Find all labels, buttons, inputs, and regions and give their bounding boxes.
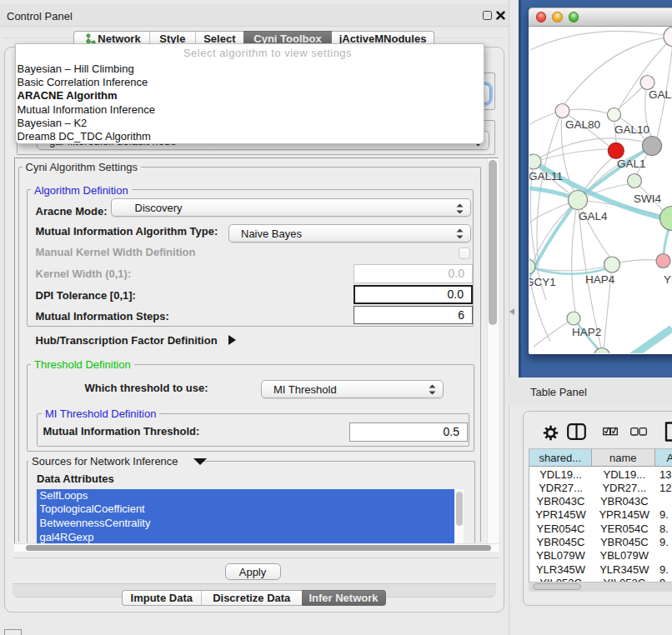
network-node[interactable]: [656, 254, 670, 268]
hub-expand-arrow-icon[interactable]: [228, 335, 236, 345]
network-node[interactable]: [555, 104, 569, 118]
table-cell[interactable]: YBL079W: [593, 549, 656, 562]
deselect-all-checkboxes-icon[interactable]: [630, 428, 647, 436]
dropdown-item[interactable]: Basic Correlation Inference: [16, 76, 484, 89]
list-item[interactable]: BetweennessCentrality: [37, 517, 454, 531]
aracne-mode-combo[interactable]: Discovery: [111, 198, 472, 217]
float-panel-icon[interactable]: [483, 11, 492, 20]
minimized-panel-button[interactable]: [4, 629, 22, 635]
table-row[interactable]: YLR345WYLR345W9.: [529, 563, 672, 577]
table-cell[interactable]: YDL19...: [529, 468, 593, 482]
table-cell[interactable]: YBR045C: [529, 536, 593, 549]
table-cell[interactable]: YBR043C: [529, 495, 593, 508]
network-node[interactable]: [569, 191, 588, 210]
network-node[interactable]: [640, 76, 654, 90]
document-icon[interactable]: [664, 422, 672, 442]
table-cell[interactable]: YER054C: [593, 522, 656, 536]
hub-definition-label: Hub/Transcription Factor Definition: [36, 334, 218, 347]
table-cell[interactable]: YPR145W: [529, 508, 593, 522]
which-threshold-combo[interactable]: MI Threshold: [261, 380, 444, 398]
network-node[interactable]: [567, 312, 580, 325]
table-cell[interactable]: 13: [659, 468, 672, 482]
tab-infer-network[interactable]: Infer Network: [302, 590, 386, 606]
close-panel-icon[interactable]: [496, 11, 505, 20]
table-cell[interactable]: YLR345W: [529, 563, 593, 577]
network-canvas[interactable]: GAL2GAL80GAL10GAL1GAL11SWI4GAL4GCY1HAP4Y…: [529, 27, 672, 353]
table-hscrollbar-thumb[interactable]: [533, 583, 581, 591]
network-node-label: GAL4: [579, 210, 608, 222]
table-cell[interactable]: YDL19...: [593, 468, 656, 482]
table-row[interactable]: YDL19...YDL19...13: [529, 468, 672, 482]
network-edge[interactable]: [624, 328, 672, 353]
aracne-mode-label: Aracne Mode:: [36, 205, 108, 218]
table-cell[interactable]: YBR043C: [593, 495, 656, 508]
network-node[interactable]: [529, 154, 541, 169]
table-row[interactable]: YER054CYER054C8.: [529, 522, 672, 536]
table-cell[interactable]: YBR045C: [593, 536, 656, 549]
divider-collapse-arrow-icon[interactable]: [509, 308, 514, 315]
sources-collapse-arrow-icon[interactable]: [193, 458, 207, 465]
network-node-label: SWI4: [634, 192, 661, 205]
apply-button[interactable]: Apply: [225, 563, 281, 580]
column-header-third[interactable]: Av: [655, 448, 672, 467]
dpi-tolerance-field[interactable]: 0.0: [354, 285, 473, 304]
table-body[interactable]: YDL19...YDL19...13YDR27...YDR27...12YBR0…: [529, 467, 672, 582]
dropdown-item[interactable]: Bayesian – K2: [16, 117, 484, 130]
tab-discretize-data[interactable]: Discretize Data: [201, 590, 303, 606]
network-window-titlebar[interactable]: [529, 8, 672, 27]
split-columns-icon[interactable]: [567, 423, 586, 440]
network-node[interactable]: [608, 142, 624, 158]
table-cell[interactable]: [659, 495, 672, 508]
list-item[interactable]: SelfLoops: [37, 489, 454, 503]
table-cell[interactable]: YBL079W: [529, 549, 593, 562]
network-node[interactable]: [529, 259, 535, 274]
gear-icon[interactable]: [543, 425, 559, 441]
column-header-shared-name[interactable]: shared...: [529, 448, 593, 467]
network-edge[interactable]: [572, 200, 578, 312]
dropdown-item[interactable]: ARACNE Algorithm: [16, 89, 484, 102]
settings-hscrollbar-thumb[interactable]: [26, 545, 491, 551]
list-item[interactable]: TopologicalCoefficient: [37, 502, 454, 517]
manual-kernel-checkbox[interactable]: [459, 248, 470, 259]
mi-type-combo[interactable]: Naive Bayes: [228, 224, 471, 242]
table-row[interactable]: YBR045CYBR045C9.: [529, 536, 672, 549]
attributes-scrollbar-thumb[interactable]: [456, 492, 463, 526]
zoom-window-button[interactable]: [569, 12, 579, 22]
network-edge[interactable]: [534, 318, 574, 347]
table-cell[interactable]: YPR145W: [593, 508, 656, 522]
dropdown-item[interactable]: Dream8 DC_TDC Algorithm: [16, 130, 484, 143]
network-node-label: GAL2: [649, 88, 672, 101]
table-row[interactable]: YBR043CYBR043C: [529, 495, 672, 508]
network-node[interactable]: [604, 257, 620, 272]
kernel-width-field[interactable]: 0.0: [354, 264, 473, 283]
mi-threshold-field[interactable]: 0.5: [349, 422, 468, 442]
table-cell[interactable]: [659, 549, 672, 562]
table-row[interactable]: YBL079WYBL079W: [529, 549, 672, 562]
data-attributes-list[interactable]: SelfLoopsTopologicalCoefficientBetweenne…: [37, 489, 454, 544]
table-cell[interactable]: 12: [659, 482, 672, 495]
network-node[interactable]: [664, 27, 672, 47]
table-cell[interactable]: 9.: [659, 563, 672, 577]
settings-vscrollbar-thumb[interactable]: [489, 160, 497, 325]
table-cell[interactable]: YDR27...: [529, 482, 593, 495]
list-item[interactable]: gal4RGexp: [37, 531, 454, 543]
table-cell[interactable]: YDR27...: [593, 482, 656, 495]
minimize-window-button[interactable]: [552, 12, 563, 22]
dropdown-item[interactable]: Bayesian – Hill Climbing: [16, 62, 484, 76]
network-node[interactable]: [628, 174, 642, 188]
table-cell[interactable]: 9.: [659, 508, 672, 522]
dropdown-item[interactable]: Mutual Information Inference: [16, 103, 484, 117]
mi-steps-field[interactable]: 6: [354, 306, 473, 325]
table-cell[interactable]: YLR345W: [593, 563, 656, 577]
close-window-button[interactable]: [536, 12, 547, 22]
table-cell[interactable]: 8.: [659, 522, 672, 536]
table-row[interactable]: YPR145WYPR145W9.: [529, 508, 672, 522]
select-all-checkboxes-icon[interactable]: [603, 427, 618, 436]
network-node[interactable]: [643, 137, 662, 156]
table-cell[interactable]: 9.: [659, 536, 672, 549]
table-cell[interactable]: YER054C: [529, 522, 593, 536]
tab-impute-data[interactable]: Impute Data: [122, 590, 201, 606]
table-row[interactable]: YDR27...YDR27...12: [529, 482, 672, 495]
network-node[interactable]: [608, 108, 621, 122]
column-header-name[interactable]: name: [592, 448, 655, 467]
